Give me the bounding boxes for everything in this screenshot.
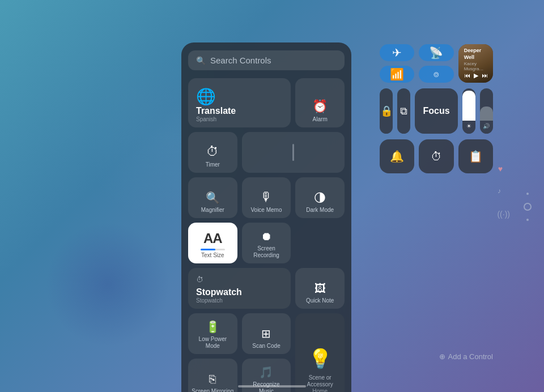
text-size-label: Text Size — [201, 252, 224, 259]
search-icon: 🔍 — [196, 56, 206, 65]
translate-slider — [242, 132, 345, 173]
volume-slider[interactable]: 🔊 — [480, 88, 493, 134]
alarm-icon: ⏰ — [312, 99, 328, 114]
brightness-slider[interactable]: ☀ — [462, 88, 475, 134]
focus-row: 🔒 ⧉ Focus ☀ 🔊 — [380, 88, 493, 134]
wifi-button[interactable]: 📶 — [380, 66, 414, 83]
brightness-fill — [462, 91, 475, 121]
airplane-icon: ✈ — [392, 46, 402, 59]
side-circle — [524, 203, 532, 211]
search-bar[interactable]: 🔍 Search Controls — [188, 50, 345, 70]
home-label: Home — [299, 388, 341, 392]
notes-button[interactable]: 📋 — [458, 139, 493, 173]
stopwatch-control[interactable]: ⏱ Stopwatch Stopwatch — [188, 268, 291, 309]
side-dot-2 — [526, 219, 529, 221]
timer-control[interactable]: ⏱ Timer — [188, 132, 237, 173]
dark-mode-control[interactable]: ◑ Dark Mode — [295, 177, 345, 218]
connectivity-col1: ✈ 📶 — [380, 44, 414, 83]
translate-icon: 🌐 — [196, 85, 216, 106]
side-indicators — [524, 193, 532, 221]
text-size-visual: AA — [193, 228, 233, 252]
mute-icon: 🔔 — [390, 150, 404, 163]
timer-right-button[interactable]: ⏱ — [419, 139, 453, 173]
right-panel: ✈ 📶 📡 ⌾ Deeper Well Kacey Musgra… — [380, 44, 493, 173]
timer-icon: ⏱ — [206, 144, 219, 159]
brightness-icon: ☀ — [466, 123, 471, 129]
add-control-icon: ⊕ — [439, 352, 445, 361]
screen-mirror-button[interactable]: ⧉ — [397, 88, 410, 134]
add-control-button[interactable]: ⊕ Add a Control — [439, 352, 494, 361]
now-playing-card[interactable]: Deeper Well Kacey Musgra… ⏮ ▶ ⏭ — [458, 44, 493, 83]
bluetooth-icon: ⌾ — [434, 69, 439, 79]
screen-recording-control[interactable]: ⏺ Screen Recording — [242, 223, 291, 263]
magnifier-label: Magnifier — [201, 207, 224, 214]
heart-icon: ♥ — [498, 164, 503, 173]
text-size-control[interactable]: AA Text Size — [188, 223, 237, 263]
dark-mode-icon: ◑ — [314, 189, 326, 204]
music-note-icon: ♪ — [498, 187, 501, 195]
scan-code-label: Scan Code — [252, 343, 280, 350]
voice-memo-control[interactable]: 🎙 Voice Memo — [242, 177, 291, 218]
stopwatch-dot-icon: ⏱ — [196, 275, 203, 284]
low-power-mode-icon: 🔋 — [206, 320, 220, 334]
add-control-label: Add a Control — [448, 352, 494, 361]
lock-rotation-button[interactable]: 🔒 — [380, 88, 393, 134]
magnifier-icon: 🔍 — [206, 191, 220, 204]
text-size-aa: AA — [203, 231, 222, 246]
wifi-icon: 📶 — [390, 67, 404, 81]
home-scene-control[interactable]: 💡 Scene or Accessory Home — [295, 313, 345, 392]
quick-note-label: Quick Note — [306, 297, 334, 304]
screen-mirroring-control[interactable]: ⎘ Screen Mirroring — [188, 359, 237, 392]
airdrop-button[interactable]: 📡 — [419, 44, 453, 61]
alarm-control[interactable]: ⏰ Alarm — [295, 78, 345, 127]
stopwatch-label: Stopwatch — [196, 287, 242, 297]
now-playing-artist: Kacey Musgra… — [464, 61, 487, 72]
rewind-button[interactable]: ⏮ — [464, 72, 470, 79]
focus-label: Focus — [423, 106, 449, 116]
search-controls-panel: 🔍 Search Controls 🌐 Translate Spanish ⏰ … — [181, 42, 351, 392]
now-playing-title: Deeper Well — [464, 48, 487, 61]
volume-fill — [480, 106, 493, 121]
controls-grid: 🌐 Translate Spanish ⏰ Alarm ⏱ Timer 🔍 Ma… — [188, 78, 345, 392]
voice-memo-icon: 🎙 — [260, 190, 273, 204]
low-power-mode-control[interactable]: 🔋 Low Power Mode — [188, 313, 237, 354]
home-bulb-icon: 💡 — [308, 347, 332, 370]
lock-rotation-icon: 🔒 — [380, 105, 393, 117]
voice-memo-label: Voice Memo — [250, 207, 282, 214]
stopwatch-sublabel: Stopwatch — [196, 297, 242, 304]
connectivity-row: ✈ 📶 📡 ⌾ Deeper Well Kacey Musgra… — [380, 44, 493, 83]
home-indicator — [238, 385, 306, 387]
magnifier-control[interactable]: 🔍 Magnifier — [188, 177, 237, 218]
scan-code-icon: ⊞ — [261, 327, 271, 340]
screen-recording-icon: ⏺ — [261, 230, 272, 243]
now-playing-content: Deeper Well Kacey Musgra… — [464, 48, 487, 72]
low-power-mode-label: Low Power Mode — [192, 336, 234, 350]
translate-control[interactable]: 🌐 Translate Spanish — [188, 78, 291, 127]
airdrop-icon: 📡 — [429, 46, 443, 59]
bottom-controls-row: 🔔 ⏱ 📋 — [380, 139, 493, 173]
signal-icon: ((·)) — [497, 210, 510, 219]
connectivity-col2: 📡 ⌾ — [419, 44, 453, 83]
dark-mode-label: Dark Mode — [306, 207, 334, 214]
mute-button[interactable]: 🔔 — [380, 139, 414, 173]
screen-mirroring-icon: ⎘ — [209, 373, 216, 386]
search-input-placeholder[interactable]: Search Controls — [210, 56, 271, 65]
fast-forward-button[interactable]: ⏭ — [482, 72, 488, 79]
playback-controls: ⏮ ▶ ⏭ — [464, 72, 487, 79]
text-size-bar-fill — [201, 249, 215, 250]
bluetooth-button[interactable]: ⌾ — [419, 66, 453, 83]
screen-recording-label: Screen Recording — [245, 245, 288, 259]
text-size-bar — [201, 249, 224, 250]
screen-mirror-icon: ⧉ — [400, 105, 407, 117]
focus-button[interactable]: Focus — [415, 88, 457, 134]
timer-right-icon: ⏱ — [431, 150, 442, 163]
side-dot-1 — [526, 193, 529, 195]
volume-icon: 🔊 — [483, 123, 490, 129]
timer-label: Timer — [206, 161, 220, 168]
translate-sublabel: Spanish — [196, 116, 236, 123]
quick-note-control[interactable]: 🖼 Quick Note — [295, 268, 345, 309]
airplane-mode-button[interactable]: ✈ — [380, 44, 414, 61]
play-button[interactable]: ▶ — [474, 72, 478, 79]
scan-code-control[interactable]: ⊞ Scan Code — [242, 313, 291, 354]
bg-blob-1 — [45, 222, 170, 347]
